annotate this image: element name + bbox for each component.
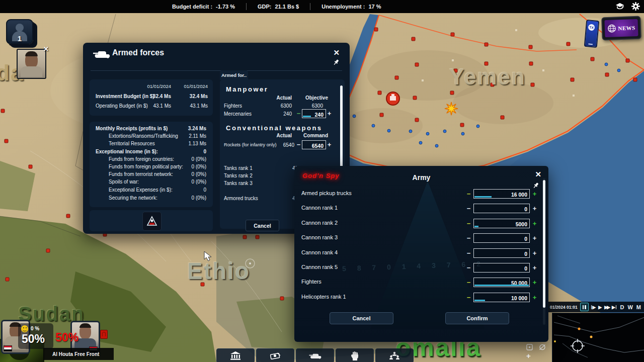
skip-button[interactable]: ▶ [612,305,616,310]
fighters-actual: 6300 [264,103,292,109]
budget-deficit-value: -1.73 % [216,4,235,10]
increment-button[interactable]: + [531,234,538,242]
stepper-fighters: − + [465,278,538,287]
increment-button[interactable]: + [326,141,333,149]
hacker-icon[interactable] [142,212,162,231]
increment-button[interactable]: + [326,110,333,118]
person-silhouette-icon [16,24,24,32]
center-view-icon[interactable] [526,344,533,350]
close-icon[interactable]: ✕ [535,170,541,178]
rockets-stepper: − + [295,140,333,149]
minimap[interactable] [552,313,644,362]
gear-icon[interactable] [631,2,640,11]
mercenaries-input[interactable] [302,111,326,119]
table-row: Investment Budget (in $) 32.4 Ms 32.4 Ms [90,94,213,101]
value-input[interactable] [474,205,529,214]
decrement-button[interactable]: − [295,141,302,149]
government-button[interactable] [216,348,255,362]
organization-button[interactable] [375,348,414,362]
value-input[interactable] [474,250,529,258]
gdp-value: 21.1 Bs $ [275,4,299,10]
decrement-button[interactable]: − [465,249,472,257]
decrement-button[interactable]: − [465,205,472,213]
table-row: Monthly Receipts (profits in $)3.24 Ms [90,126,213,133]
uprising-button[interactable] [336,348,374,362]
budget-deficit-label: Budget deficit : [172,4,212,10]
value-input[interactable] [474,264,529,273]
military-button[interactable] [296,348,334,362]
messenger-phone-icon[interactable]: TX [584,20,600,48]
step-button[interactable]: ▶ [591,305,596,310]
unemployment-stat: Unemployment : 17 % [310,4,392,10]
money-icon [269,351,281,360]
value-input[interactable] [474,220,529,229]
increment-button[interactable]: + [531,264,538,272]
unemployment-label: Unemployment : [321,4,365,10]
news-tv-icon[interactable]: NEWS [601,16,641,41]
cancel-button[interactable]: Cancel [246,220,279,231]
decrement-button[interactable]: − [295,110,302,118]
time-control-bar: 01/2024 01:01 ▶ ▶ ▶▶ ▶ D W M [546,302,644,312]
character-stack-card[interactable]: 1 [6,19,33,44]
game-screen: da Yemen Ethio Sudan omalia Budget defic… [0,0,644,362]
tab-armed-forces[interactable]: Armed for.. [220,70,248,80]
day-speed-button[interactable]: D [620,304,624,310]
close-icon[interactable]: ✕ [333,49,340,56]
fast-forward-button[interactable]: ▶▶ [604,305,609,310]
cancel-button[interactable]: Cancel [330,312,393,324]
table-row: Funds from foreign countries:0 (0%) [90,156,213,164]
rockets-input[interactable] [302,142,326,150]
value-input[interactable] [474,235,529,243]
decrement-button[interactable]: − [465,294,472,302]
army-cheat-window: 5 8 7 0 1 4 3 7 6 2 God'n Spy Army ✕ Arm… [294,166,548,342]
mood-value: 0 % [31,326,39,331]
budget-panel: 01/01/2024 01/01/2024 Investment Budget … [90,79,213,116]
popularity-chip: 0 % 50% [18,323,53,349]
faction-name-bar: Al Houta Free Front [43,348,114,360]
bottom-toolbar [216,348,414,362]
mercenaries-stepper: − + [295,109,333,118]
increment-button[interactable]: + [531,220,538,228]
month-speed-button[interactable]: M [636,304,641,310]
increment-button[interactable]: + [531,190,538,198]
stepper-cannon-rank-4: − + [465,248,538,258]
decrement-button[interactable]: − [465,234,472,242]
manpower-heading: Manpower [226,85,268,93]
rockets-actual: 6540 [272,142,294,148]
scrollbar[interactable] [543,178,545,325]
zoom-in-button[interactable]: + [526,351,531,360]
leader-portrait[interactable]: ✕ [17,49,46,79]
popularity-right: 50% [55,331,78,344]
pin-icon[interactable] [532,182,539,189]
decrement-button[interactable]: − [465,264,472,272]
toggle-layer-icon[interactable] [539,344,546,350]
fighters-objective: 6300 [295,103,323,109]
faction-name: Al Houta Free Front [52,351,99,357]
week-speed-button[interactable]: W [627,304,632,310]
graduation-cap-icon[interactable] [615,3,624,11]
pin-icon[interactable] [333,59,340,66]
pause-button[interactable] [580,303,589,311]
decrement-button[interactable]: − [465,190,472,198]
decrement-button[interactable]: − [465,220,472,228]
bank-icon [230,351,241,360]
top-stats-bar: Budget deficit : -1.73 % GDP: 21.1 Bs $ … [0,0,644,13]
date-column-2: 01/01/2024 [173,83,208,89]
increment-button[interactable]: + [531,294,538,302]
yemen-flag-icon [4,345,12,351]
fighters-label: Fighters [224,103,242,109]
economy-button[interactable] [256,348,294,362]
play-button[interactable]: ▶ [598,305,602,310]
godnspy-panel [90,210,213,231]
unemployment-value: 17 % [368,4,381,10]
close-icon[interactable]: ✕ [43,45,49,53]
stepper-cannon-rank-3: − + [465,233,538,243]
increment-button[interactable]: + [531,205,538,213]
increment-button[interactable]: + [531,249,538,257]
stepper-cannon-rank-1: − + [465,204,538,213]
confirm-button[interactable]: Confirm [445,312,509,324]
table-row: Territorial Resources1.13 Ms [90,141,213,148]
game-datetime: 01/2024 01:01 [550,305,578,310]
increment-button[interactable]: + [531,279,538,287]
decrement-button[interactable]: − [465,279,472,287]
